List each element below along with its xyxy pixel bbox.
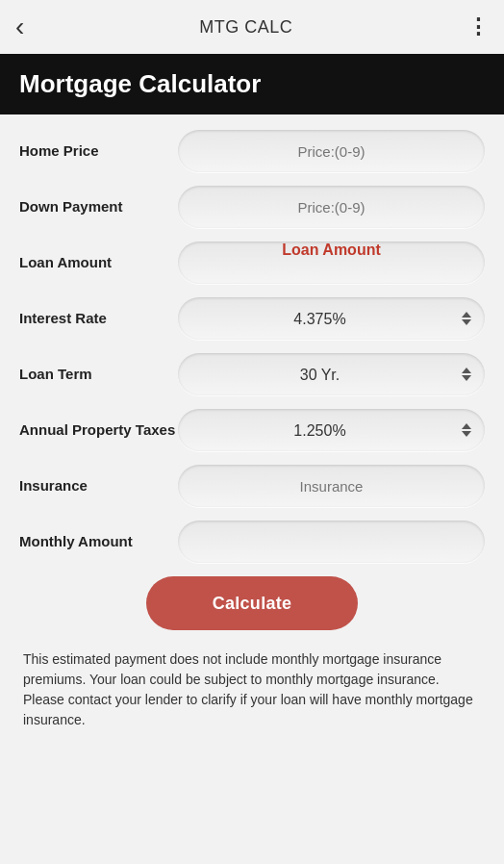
down-payment-input[interactable] <box>178 186 485 228</box>
interest-rate-select[interactable]: 4.375% 3.000% 3.500% 4.000% 4.500% 5.000… <box>178 297 485 340</box>
home-price-input[interactable] <box>178 130 485 172</box>
calculator-form: Home Price Down Payment Loan Amount Loan… <box>0 114 504 746</box>
back-button[interactable]: ‹ <box>15 13 24 40</box>
loan-amount-row: Loan Amount Loan Amount <box>19 241 485 284</box>
loan-amount-label: Loan Amount <box>19 253 178 272</box>
monthly-amount-row: Monthly Amount <box>19 521 485 563</box>
header-title: MTG CALC <box>199 17 292 38</box>
annual-taxes-select[interactable]: 1.250% 0.500% 0.750% 1.000% 1.500% 2.000… <box>178 409 485 451</box>
annual-taxes-row: Annual Property Taxes 1.250% 0.500% 0.75… <box>19 409 485 451</box>
insurance-row: Insurance <box>19 465 485 507</box>
interest-rate-label: Interest Rate <box>19 309 178 328</box>
loan-term-row: Loan Term 30 Yr. 10 Yr. 15 Yr. 20 Yr. 25… <box>19 353 485 395</box>
home-price-label: Home Price <box>19 141 178 161</box>
app-header: ‹ MTG CALC ⋮ <box>0 0 504 54</box>
loan-term-wrapper: 30 Yr. 10 Yr. 15 Yr. 20 Yr. 25 Yr. <box>178 353 485 395</box>
insurance-input[interactable] <box>178 465 485 507</box>
annual-taxes-label: Annual Property Taxes <box>19 420 178 440</box>
loan-term-label: Loan Term <box>19 365 178 384</box>
title-bar: Mortgage Calculator <box>0 54 504 114</box>
loan-term-select[interactable]: 30 Yr. 10 Yr. 15 Yr. 20 Yr. 25 Yr. <box>178 353 485 395</box>
disclaimer-text: This estimated payment does not include … <box>19 649 485 730</box>
interest-rate-row: Interest Rate 4.375% 3.000% 3.500% 4.000… <box>19 297 485 340</box>
page-title: Mortgage Calculator <box>19 69 485 99</box>
monthly-amount-label: Monthly Amount <box>19 532 178 551</box>
calculate-button[interactable]: Calculate <box>146 576 358 630</box>
loan-amount-display: Loan Amount <box>178 241 485 284</box>
annual-taxes-wrapper: 1.250% 0.500% 0.750% 1.000% 1.500% 2.000… <box>178 409 485 451</box>
interest-rate-wrapper: 4.375% 3.000% 3.500% 4.000% 4.500% 5.000… <box>178 297 485 340</box>
down-payment-row: Down Payment <box>19 186 485 228</box>
home-price-row: Home Price <box>19 130 485 172</box>
down-payment-label: Down Payment <box>19 197 178 216</box>
monthly-amount-display <box>178 521 485 563</box>
insurance-label: Insurance <box>19 476 178 496</box>
menu-button[interactable]: ⋮ <box>467 14 489 39</box>
